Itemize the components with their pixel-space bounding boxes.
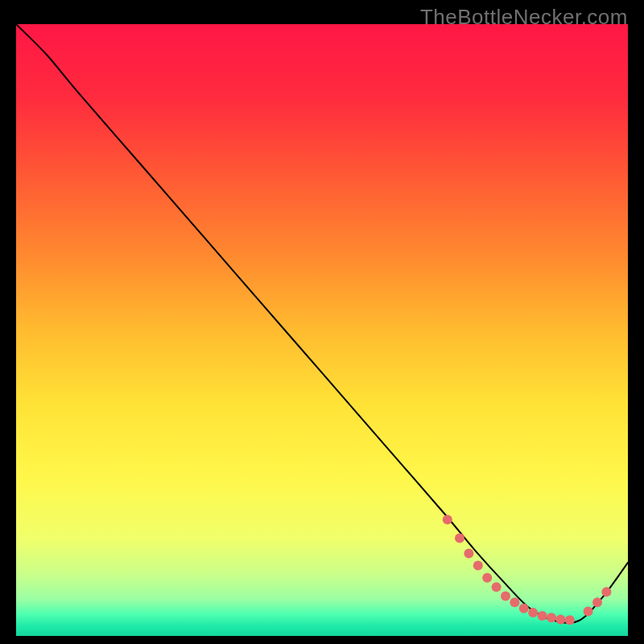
chart-stage: TheBottleNecker.com — [0, 0, 644, 644]
scatter-point — [555, 614, 565, 624]
scatter-point — [482, 573, 492, 583]
scatter-point — [473, 561, 483, 571]
scatter-point — [547, 613, 556, 622]
scatter-point — [519, 604, 529, 613]
scatter-point — [528, 608, 538, 617]
scatter-point — [565, 615, 575, 625]
scatter-point — [455, 533, 464, 543]
scatter-point — [510, 597, 519, 607]
scatter-point — [492, 582, 502, 592]
chart-plot-area — [16, 24, 628, 636]
scatter-point — [538, 611, 547, 621]
scatter-point — [584, 607, 593, 617]
scatter-point — [464, 548, 473, 558]
scatter-point — [501, 592, 510, 601]
scatter-point — [443, 515, 452, 525]
scatter-point — [601, 587, 611, 597]
scatter-point — [592, 597, 602, 607]
gradient-background — [16, 24, 628, 636]
chart-svg — [16, 24, 628, 636]
